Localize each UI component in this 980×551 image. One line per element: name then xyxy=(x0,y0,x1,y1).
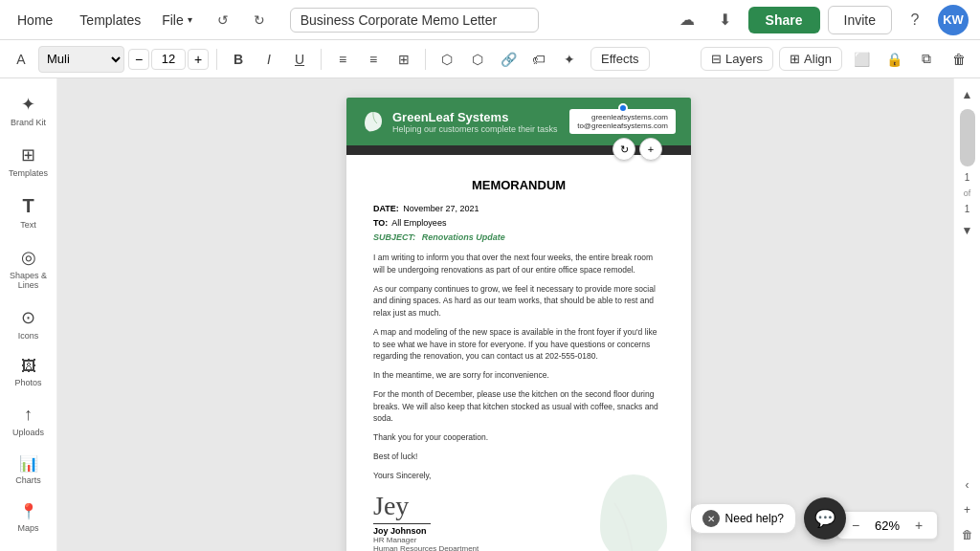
sidebar-item-templates[interactable]: ⊞ Templates xyxy=(0,137,56,186)
invite-button[interactable]: Invite xyxy=(828,6,892,34)
delete-button[interactable]: 🗑 xyxy=(946,46,972,73)
align-button[interactable]: ⊞ Align xyxy=(779,47,842,71)
signer-title: HR Manager xyxy=(373,536,664,544)
signature-section: Jey Joy Johnson HR Manager Human Resourc… xyxy=(373,493,664,551)
refresh-button[interactable]: ↻ xyxy=(612,138,635,161)
effects-label: Effects xyxy=(601,52,639,66)
subject-label: SUBJECT: xyxy=(373,232,415,242)
align-left-button[interactable]: ≡ xyxy=(329,46,356,73)
sidebar-item-label: Icons xyxy=(18,331,39,341)
sidebar-item-uploads[interactable]: ↑ Uploads xyxy=(0,397,56,445)
nav-file[interactable]: File ▾ xyxy=(162,12,192,28)
crop-button[interactable]: ⬜ xyxy=(848,46,875,73)
add-button[interactable]: + xyxy=(639,138,662,161)
paragraph-6: Thank you for your cooperation. xyxy=(373,431,664,444)
charts-icon: 📊 xyxy=(19,454,38,473)
paragraph-1: I am writing to inform you that over the… xyxy=(373,252,664,276)
insert-table-button[interactable]: ⊞ xyxy=(390,46,417,73)
bold-button[interactable]: B xyxy=(225,46,252,73)
undo-button[interactable]: ↺ xyxy=(208,5,238,35)
align-icon: ⊞ xyxy=(790,52,800,66)
download-button[interactable]: ⬇ xyxy=(710,5,741,35)
sidebar-item-text[interactable]: T Text xyxy=(0,187,56,237)
redo-button[interactable]: ↻ xyxy=(244,5,275,35)
document-title-input[interactable] xyxy=(290,8,539,33)
sidebar-item-brand-kit[interactable]: ✦ Brand Kit xyxy=(0,86,56,135)
scroll-up-button[interactable]: ▲ xyxy=(957,84,978,105)
zoom-out-button[interactable]: − xyxy=(845,515,866,536)
chevron-down-icon: ▾ xyxy=(188,14,192,25)
subject-value: Renovations Update xyxy=(422,232,505,242)
ordered-list-button[interactable]: ≡ xyxy=(360,46,387,73)
sidebar-item-label: Photos xyxy=(14,378,41,387)
page-of: of xyxy=(964,188,971,198)
avatar[interactable]: KW xyxy=(938,5,969,35)
top-nav: Home Templates File ▾ ↺ ↻ ☁ ⬇ Share Invi… xyxy=(0,0,980,40)
duplicate-button[interactable]: ⧉ xyxy=(913,46,940,73)
chat-icon: 💬 xyxy=(814,508,835,529)
nav-templates[interactable]: Templates xyxy=(74,9,146,32)
document-canvas[interactable]: GreenLeaf Systems Helping our customers … xyxy=(346,98,691,551)
font-size-increase[interactable]: + xyxy=(188,49,209,70)
tag-button[interactable]: 🏷 xyxy=(525,46,552,73)
font-size-input[interactable] xyxy=(151,49,186,70)
font-size-decrease[interactable]: − xyxy=(128,49,149,70)
remove-element-button[interactable]: 🗑 xyxy=(957,524,978,545)
nav-home[interactable]: Home xyxy=(11,9,58,32)
right-panel: ▲ 1 of 1 ▼ ‹ + 🗑 xyxy=(953,78,980,551)
sidebar-item-icons[interactable]: ⊙ Icons xyxy=(0,299,56,348)
zoom-in-button[interactable]: + xyxy=(908,515,929,536)
company-name: GreenLeaf Systems xyxy=(392,110,558,124)
canvas-area[interactable]: GreenLeaf Systems Helping our customers … xyxy=(57,78,980,551)
sidebar-item-qrcode[interactable]: ⊞ QR Code xyxy=(0,542,56,551)
page-total: 1 xyxy=(965,202,970,216)
cloud-sync-icon[interactable]: ☁ xyxy=(672,5,702,35)
underline-button[interactable]: U xyxy=(286,46,313,73)
document-header: GreenLeaf Systems Helping our customers … xyxy=(346,98,691,145)
align-center-button[interactable]: ⬡ xyxy=(464,46,491,73)
uploads-icon: ↑ xyxy=(24,405,33,425)
sidebar-item-shapes[interactable]: ◎ Shapes & Lines xyxy=(0,239,56,298)
to-field: TO: All Employees xyxy=(373,218,664,228)
sidebar-item-label: Templates xyxy=(9,168,48,178)
templates-icon: ⊞ xyxy=(21,144,35,165)
memo-title: MEMORANDUM xyxy=(373,178,664,192)
link-button[interactable]: 🔗 xyxy=(495,46,522,73)
paragraph-8: Yours Sincerely, xyxy=(373,470,664,482)
layers-button[interactable]: ⊟ Layers xyxy=(701,47,773,71)
close-help-button[interactable]: ✕ xyxy=(702,510,720,527)
align-left-2-button[interactable]: ⬡ xyxy=(434,46,460,73)
effects-button[interactable]: Effects xyxy=(590,47,650,71)
text-color-button[interactable]: A xyxy=(8,46,34,73)
chat-button[interactable]: 💬 xyxy=(804,497,846,540)
signer-dept: Human Resources Department xyxy=(373,544,664,551)
add-element-button[interactable]: + xyxy=(957,499,978,520)
paragraph-4: In the meantime, we are sorry for inconv… xyxy=(373,369,664,382)
sidebar-item-charts[interactable]: 📊 Charts xyxy=(0,447,56,493)
shapes-icon: ◎ xyxy=(21,247,36,268)
lock-button[interactable]: 🔒 xyxy=(880,46,907,73)
date-field: DATE: November 27, 2021 xyxy=(373,204,664,213)
magic-button[interactable]: ✦ xyxy=(556,46,583,73)
zoom-controls: − 62% + xyxy=(836,511,938,540)
signer-name: Joy Johnson xyxy=(373,526,664,536)
scroll-down-button[interactable]: ▼ xyxy=(957,220,978,241)
font-size-control: − + xyxy=(128,49,209,70)
signature-line xyxy=(373,523,431,524)
font-family-select[interactable]: Muli xyxy=(38,46,124,73)
sidebar-item-maps[interactable]: 📍 Maps xyxy=(0,495,56,540)
scroll-thumb xyxy=(960,109,975,166)
sidebar-item-photos[interactable]: 🖼 Photos xyxy=(0,350,56,395)
date-label: DATE: xyxy=(373,204,399,213)
share-button[interactable]: Share xyxy=(748,7,820,33)
sidebar-item-label: Charts xyxy=(15,475,41,485)
help-icon[interactable]: ? xyxy=(900,5,930,35)
panel-collapse-button[interactable]: ‹ xyxy=(957,474,978,496)
sidebar-item-label: Maps xyxy=(17,523,38,533)
italic-button[interactable]: I xyxy=(256,46,282,73)
selection-handle-top[interactable] xyxy=(618,103,628,113)
paragraph-2: As our company continues to grow, we fee… xyxy=(373,283,664,320)
paragraph-5: For the month of December, please use th… xyxy=(373,388,664,425)
date-value: November 27, 2021 xyxy=(403,204,479,213)
text-icon: T xyxy=(22,195,33,217)
